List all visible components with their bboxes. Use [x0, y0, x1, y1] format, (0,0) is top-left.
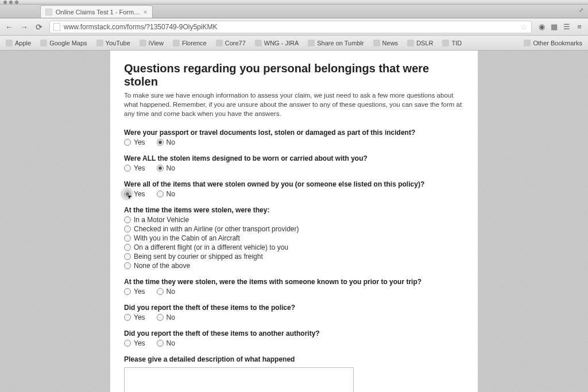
- apple-icon: [6, 40, 13, 46]
- folder-icon: [407, 40, 414, 46]
- q4-option-none[interactable]: None of the above: [124, 262, 464, 270]
- question-location-when-stolen: At the time the items were stolen, were …: [124, 206, 464, 270]
- q2-no-option[interactable]: No: [157, 164, 175, 172]
- radio-icon: [157, 314, 164, 321]
- q4-option-aircraft-cabin[interactable]: With you in the Cabin of an Aircraft: [124, 234, 464, 242]
- grid-icon[interactable]: ▦: [550, 22, 558, 31]
- page-heading: Questions regarding you personal belongi…: [124, 62, 464, 88]
- description-textarea[interactable]: [124, 367, 354, 392]
- question-with-known-person: At the time they were stolen, were the i…: [124, 278, 464, 296]
- radio-icon: [124, 288, 131, 295]
- page-icon: [53, 23, 60, 31]
- expand-icon[interactable]: ⤢: [579, 7, 585, 13]
- form-page: Questions regarding you personal belongi…: [110, 51, 478, 392]
- reload-button[interactable]: ⟳: [34, 22, 44, 32]
- radio-icon: [124, 216, 131, 223]
- folder-icon: [173, 40, 180, 46]
- tumblr-icon: [308, 40, 315, 46]
- core77-icon: [216, 40, 223, 46]
- question-label: Did you report the theft of these items …: [124, 329, 464, 337]
- bookmark-news[interactable]: News: [373, 40, 399, 46]
- q4-option-different-flight[interactable]: On a different flight (or in a different…: [124, 243, 464, 251]
- radio-icon: [124, 253, 131, 260]
- bookmark-apple[interactable]: Apple: [6, 40, 31, 46]
- url-text: www.formstack.com/forms/?1350749-9Oly5pi…: [64, 23, 217, 31]
- question-owned-by-you: Were all of the items that were stolen o…: [124, 180, 464, 198]
- other-bookmarks[interactable]: Other Bookmarks: [524, 40, 582, 46]
- q1-yes-option[interactable]: Yes: [124, 138, 145, 146]
- radio-icon: [157, 340, 164, 347]
- traffic-light-close[interactable]: [3, 1, 7, 4]
- q7-no-option[interactable]: No: [157, 339, 175, 347]
- browser-tab[interactable]: Online Claims Test 1 - Form… ×: [40, 5, 153, 18]
- question-description: Please give a detailed description of wh…: [124, 355, 464, 392]
- bookmark-iview[interactable]: iView: [140, 40, 164, 46]
- question-label: Were all of the items that were stolen o…: [124, 180, 464, 188]
- question-label: Did you report the theft of these items …: [124, 304, 464, 312]
- navigation-bar: ← → ⟳ www.formstack.com/forms/?1350749-9…: [0, 18, 588, 36]
- bookmarks-bar: Apple Google Maps YouTube iView Florence…: [0, 36, 588, 51]
- tab-strip: Online Claims Test 1 - Form… × ⤢: [0, 5, 588, 18]
- q4-option-courier-freight[interactable]: Being sent by courier or shipped as frei…: [124, 253, 464, 261]
- question-passport: Were your passport or travel documents l…: [124, 129, 464, 146]
- radio-icon: [157, 191, 164, 197]
- question-reported-police: Did you report the theft of these items …: [124, 304, 464, 321]
- q4-option-airline-checked[interactable]: Checked in with an Airline (or other tra…: [124, 225, 464, 233]
- question-label: At the time they were stolen, were the i…: [124, 278, 464, 286]
- q6-no-option[interactable]: No: [157, 313, 175, 321]
- q4-option-motor-vehicle[interactable]: In a Motor Vehicle: [124, 216, 464, 224]
- radio-icon: [157, 139, 164, 146]
- bookmark-dslr[interactable]: DSLR: [407, 40, 433, 46]
- youtube-icon: [96, 40, 103, 46]
- radio-icon: [124, 139, 131, 146]
- maps-icon: [40, 40, 47, 46]
- radio-icon: [124, 226, 131, 232]
- radio-icon: [157, 165, 164, 172]
- radio-icon: [124, 340, 131, 347]
- radio-icon: [124, 165, 131, 172]
- radio-icon: [124, 314, 131, 321]
- q3-no-option[interactable]: No: [157, 190, 175, 198]
- traffic-light-minimize[interactable]: [9, 1, 13, 4]
- forward-button[interactable]: →: [20, 22, 29, 32]
- compass-icon[interactable]: ◉: [537, 22, 546, 31]
- favicon-icon: [45, 9, 52, 15]
- bookmark-wng-jira[interactable]: WNG - JIRA: [255, 40, 299, 46]
- radio-icon: [124, 262, 131, 269]
- tab-title: Online Claims Test 1 - Form…: [56, 9, 140, 15]
- question-label: Were your passport or travel documents l…: [124, 129, 464, 137]
- iview-icon: [140, 40, 146, 46]
- bookmark-florence[interactable]: Florence: [173, 40, 207, 46]
- bookmark-google-maps[interactable]: Google Maps: [40, 40, 87, 46]
- question-worn-carried: Were ALL the stolen items designed to be…: [124, 154, 464, 172]
- jira-icon: [255, 40, 262, 46]
- back-button[interactable]: ←: [5, 22, 14, 32]
- traffic-light-zoom[interactable]: [15, 1, 18, 4]
- question-label: Please give a detailed description of wh…: [124, 355, 464, 363]
- bookmark-youtube[interactable]: YouTube: [96, 40, 130, 46]
- folder-icon: [373, 40, 380, 46]
- url-bar[interactable]: www.formstack.com/forms/?1350749-9Oly5pi…: [49, 21, 532, 33]
- window-controls: [0, 0, 588, 5]
- cursor-icon: ➤: [126, 193, 133, 200]
- close-icon[interactable]: ×: [144, 9, 147, 15]
- radio-icon: [157, 288, 164, 295]
- q5-yes-option[interactable]: Yes: [124, 288, 145, 296]
- q2-yes-option[interactable]: Yes: [124, 164, 145, 172]
- q5-no-option[interactable]: No: [157, 288, 175, 296]
- radio-icon: [124, 244, 131, 251]
- q1-no-option[interactable]: No: [157, 138, 175, 146]
- radio-icon: [124, 235, 131, 242]
- menu-icon[interactable]: ≡: [575, 22, 583, 31]
- bookmark-tid[interactable]: TID: [442, 40, 462, 46]
- bookmark-core77[interactable]: Core77: [216, 40, 246, 46]
- bookmark-star-icon[interactable]: ☆: [520, 22, 528, 32]
- q3-yes-option[interactable]: Yes ➤: [124, 190, 145, 198]
- folder-icon: [442, 40, 449, 46]
- toolbar-right: ◉ ▦ ☰ ≡: [537, 22, 583, 31]
- overflow-icon[interactable]: ☰: [563, 22, 571, 31]
- q7-yes-option[interactable]: Yes: [124, 339, 145, 347]
- bookmark-share-tumblr[interactable]: Share on Tumblr: [308, 40, 363, 46]
- q6-yes-option[interactable]: Yes: [124, 313, 145, 321]
- folder-icon: [524, 40, 531, 46]
